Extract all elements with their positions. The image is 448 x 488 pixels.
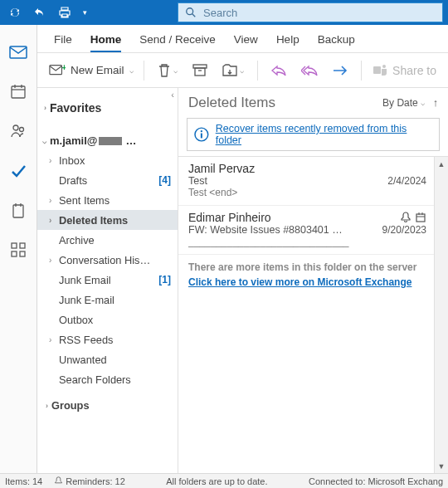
collapse-pane-icon[interactable]: ‹ — [171, 90, 174, 100]
svg-rect-9 — [13, 205, 23, 217]
print-icon[interactable] — [58, 6, 71, 19]
sort-direction-button[interactable]: ↑ — [433, 97, 438, 109]
folder-sent-items[interactable]: ›Sent Items — [37, 190, 178, 210]
move-button[interactable]: ⌵ — [219, 62, 247, 79]
reply-button[interactable] — [268, 63, 290, 78]
svg-rect-25 — [201, 134, 202, 139]
message-item[interactable]: Jamil Pervaz Test2/4/2024 Test <end> — [178, 157, 448, 206]
share-label: Share to — [392, 64, 436, 77]
chevron-right-icon: › — [49, 156, 56, 165]
svg-rect-13 — [20, 243, 25, 248]
chevron-right-icon: › — [49, 256, 56, 265]
svg-rect-16 — [50, 65, 62, 74]
undo-icon[interactable] — [33, 6, 46, 19]
view-more-link[interactable]: Click here to view more on Microsoft Exc… — [188, 276, 411, 288]
favorites-header[interactable]: › Favorites — [37, 98, 178, 123]
redacted-block — [99, 137, 122, 145]
chevron-down-icon[interactable]: ⌵ — [129, 66, 134, 75]
groups-header[interactable]: › Groups — [37, 389, 178, 415]
svg-rect-14 — [12, 251, 17, 256]
archive-button[interactable] — [189, 62, 211, 79]
recover-items-bar: Recover items recently removed from this… — [187, 118, 440, 151]
teams-icon — [373, 64, 388, 77]
folder-archive[interactable]: Archive — [37, 230, 178, 250]
svg-rect-21 — [373, 66, 381, 74]
chevron-down-icon: ⌵ — [421, 99, 425, 107]
folder-conversation-history[interactable]: ›Conversation His… — [37, 250, 178, 270]
folder-outbox[interactable]: Outbox — [37, 310, 178, 329]
search-icon — [185, 7, 197, 18]
delete-button[interactable]: ⌵ — [154, 61, 181, 80]
list-header: Deleted Items By Date ⌵ ↑ — [178, 88, 448, 116]
tab-home[interactable]: Home — [90, 33, 122, 52]
status-connection: Connected to: Microsoft Exchang — [309, 476, 443, 486]
svg-point-24 — [201, 130, 202, 132]
folder-inbox[interactable]: ›Inbox — [37, 150, 178, 170]
folder-junk-email[interactable]: Junk Email[1] — [37, 270, 178, 290]
search-input[interactable]: Search — [178, 2, 443, 22]
forward-button[interactable] — [329, 64, 351, 77]
svg-point-22 — [382, 65, 386, 68]
message-list: ▲ ▼ Jamil Pervaz Test2/4/2024 Test <end>… — [178, 156, 448, 473]
more-items-info: There are more items in this folder on t… — [178, 255, 448, 275]
scroll-down-icon[interactable]: ▼ — [435, 459, 448, 473]
tab-send-receive[interactable]: Send / Receive — [139, 33, 216, 52]
message-preview: Test <end> — [188, 187, 426, 198]
rail-notes-icon[interactable] — [11, 203, 26, 219]
reply-all-button[interactable] — [298, 63, 321, 78]
rail-mail-icon[interactable] — [9, 45, 27, 60]
favorites-label: Favorites — [50, 101, 101, 115]
svg-point-0 — [187, 8, 193, 15]
nav-rail — [0, 25, 37, 473]
rail-apps-icon[interactable] — [11, 242, 26, 257]
folder-unwanted[interactable]: Unwanted — [37, 349, 178, 369]
info-icon — [194, 127, 209, 142]
rail-tasks-icon[interactable] — [10, 163, 27, 179]
content-split: ‹ › Favorites ⌵ m.jamil@ … ›Inbox Drafts… — [37, 88, 448, 473]
chevron-right-icon: › — [49, 335, 56, 344]
folder-drafts[interactable]: Drafts[4] — [37, 170, 178, 190]
status-reminders[interactable]: Reminders: 12 — [54, 476, 125, 486]
message-item[interactable]: Edimar Pinheiro FW: Website Issues #8803… — [178, 206, 448, 255]
svg-point-7 — [13, 125, 18, 130]
status-sync: All folders are up to date. — [137, 476, 297, 486]
message-date: 9/20/2023 — [382, 224, 426, 236]
separator — [257, 61, 258, 81]
flag-icon — [415, 212, 426, 223]
main-area: File Home Send / Receive View Help Backu… — [37, 25, 448, 473]
folder-rss-feeds[interactable]: ›RSS Feeds — [37, 329, 178, 349]
chevron-down-icon: ⌵ — [42, 137, 46, 145]
svg-rect-3 — [12, 86, 25, 98]
qat-chevron-down-icon[interactable]: ▾ — [83, 8, 87, 17]
new-email-label: New Email — [71, 64, 124, 76]
scrollbar[interactable]: ▲ ▼ — [434, 157, 448, 473]
new-email-button[interactable]: + New Email ⌵ — [49, 64, 134, 77]
rail-people-icon[interactable] — [10, 123, 27, 139]
message-list-pane: Deleted Items By Date ⌵ ↑ Recover items … — [178, 88, 448, 473]
separator — [144, 61, 144, 81]
folder-deleted-items[interactable]: ›Deleted Items — [37, 210, 178, 230]
tab-file[interactable]: File — [54, 33, 72, 52]
svg-rect-19 — [195, 68, 205, 76]
message-date: 2/4/2024 — [387, 175, 426, 187]
folder-search-folders[interactable]: Search Folders — [37, 369, 178, 389]
chevron-right-icon: › — [49, 196, 56, 205]
tab-help[interactable]: Help — [276, 33, 299, 52]
account-header[interactable]: ⌵ m.jamil@ … — [37, 123, 178, 150]
rail-calendar-icon[interactable] — [10, 83, 27, 100]
chevron-right-icon: › — [44, 104, 46, 112]
ribbon: + New Email ⌵ ⌵ ⌵ Share to — [37, 53, 448, 88]
message-preview: _____________________________ — [188, 236, 426, 247]
tab-backup[interactable]: Backup — [318, 33, 355, 52]
recover-items-link[interactable]: Recover items recently removed from this… — [216, 123, 432, 146]
share-to-teams-button[interactable]: Share to — [373, 64, 436, 77]
sync-icon[interactable] — [8, 6, 22, 19]
scroll-up-icon[interactable]: ▲ — [435, 157, 448, 171]
folder-junk-e-mail[interactable]: Junk E-mail — [37, 290, 178, 310]
sort-by-button[interactable]: By Date ⌵ — [382, 97, 425, 109]
tab-view[interactable]: View — [234, 33, 258, 52]
status-item-count: Items: 14 — [5, 476, 42, 486]
folder-pane: ‹ › Favorites ⌵ m.jamil@ … ›Inbox Drafts… — [37, 88, 178, 473]
status-bar: Items: 14 Reminders: 12 All folders are … — [0, 473, 448, 488]
svg-line-1 — [192, 14, 196, 17]
